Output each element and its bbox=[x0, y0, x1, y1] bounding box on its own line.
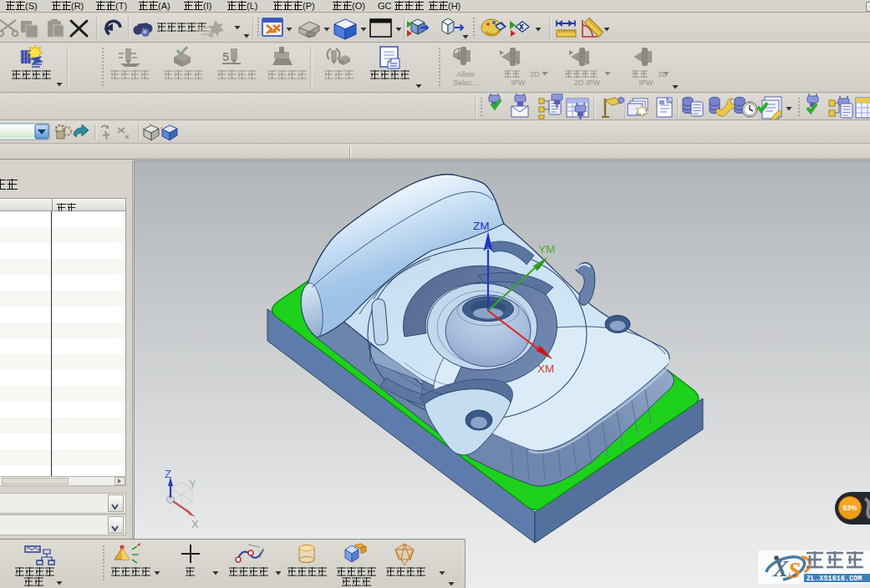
svg-text:5: 5 bbox=[222, 49, 229, 63]
svg-text:IPW: IPW bbox=[639, 79, 654, 87]
svg-text:Y: Y bbox=[189, 478, 196, 490]
svg-text:2D IPW: 2D IPW bbox=[574, 79, 601, 87]
svg-text:Allow: Allow bbox=[456, 70, 475, 79]
svg-text:Selec...: Selec... bbox=[453, 79, 478, 87]
svg-text:IPW: IPW bbox=[511, 79, 527, 87]
svg-text:Z: Z bbox=[165, 468, 171, 480]
svg-text:YM: YM bbox=[538, 243, 555, 256]
svg-text:ZL.XS1616.COM: ZL.XS1616.COM bbox=[806, 575, 862, 582]
svg-text:XM: XM bbox=[537, 362, 554, 375]
svg-text:X: X bbox=[191, 518, 199, 530]
svg-text:S: S bbox=[788, 558, 801, 583]
svg-text:63%: 63% bbox=[842, 504, 857, 512]
svg-text:ZM: ZM bbox=[473, 220, 490, 232]
svg-text:3D: 3D bbox=[658, 70, 668, 79]
svg-text:X: X bbox=[772, 556, 789, 581]
svg-text:2D: 2D bbox=[530, 70, 540, 79]
